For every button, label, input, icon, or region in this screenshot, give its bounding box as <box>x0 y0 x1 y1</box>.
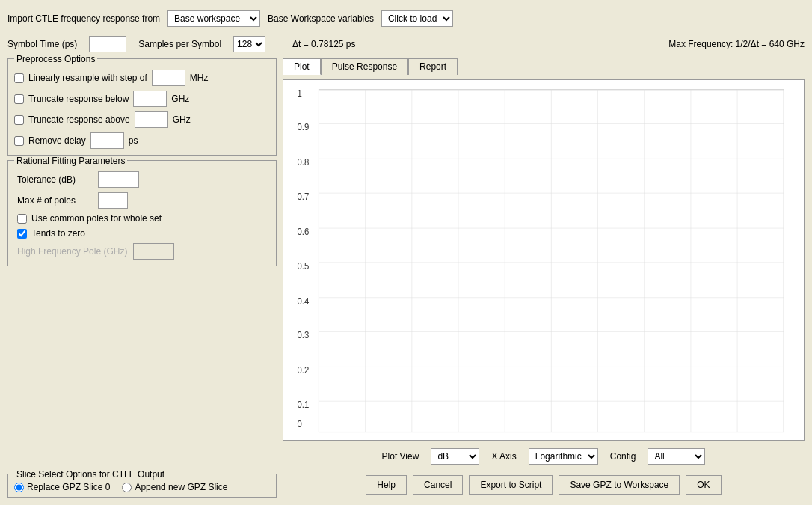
tolerance-label: Tolerance (dB) <box>17 174 92 185</box>
append-label: Append new GPZ Slice <box>135 482 227 492</box>
samples-per-symbol-label: Samples per Symbol <box>138 39 221 49</box>
samples-per-symbol-wrap[interactable]: 64 128 256 512 <box>233 36 265 52</box>
common-poles-checkbox[interactable] <box>17 214 27 224</box>
help-button[interactable]: Help <box>366 475 407 495</box>
plot-view-label: Plot View <box>382 451 419 462</box>
high-freq-pole-input[interactable]: 100 <box>133 243 174 260</box>
svg-text:0.7: 0.7 <box>297 192 309 203</box>
config-label: Config <box>610 451 636 462</box>
mid-bar: Symbol Time (ps) 100 Samples per Symbol … <box>7 34 805 54</box>
export-to-script-button[interactable]: Export to Script <box>469 475 553 495</box>
tolerance-input[interactable]: -40 <box>98 171 139 188</box>
plot-area: 1 0.9 0.8 0.7 0.6 0.5 0.4 0.3 0.2 0.1 0 <box>283 79 805 441</box>
cancel-button[interactable]: Cancel <box>413 475 463 495</box>
preprocess-content: Linearly resample with step of 10 MHz Tr… <box>14 70 270 149</box>
click-to-load-dropdown-wrap[interactable]: Click to load <box>381 10 453 27</box>
x-axis-select[interactable]: Logarithmic Linear <box>529 449 597 464</box>
slice-select-box: Slice Select Options for CTLE Output Rep… <box>7 474 277 498</box>
right-panel: Plot Pulse Response Report 1 0.9 0.8 0.7 <box>283 58 805 498</box>
base-workspace-dropdown-wrap[interactable]: Base workspace Model workspace <box>167 10 260 27</box>
tab-pulse-response[interactable]: Pulse Response <box>321 58 408 75</box>
linearly-resample-unit: MHz <box>190 73 212 83</box>
max-poles-label: Max # of poles <box>17 195 92 206</box>
linearly-resample-label: Linearly resample with step of <box>28 73 147 83</box>
truncate-above-unit: GHz <box>173 114 195 125</box>
config-wrap[interactable]: All Selected <box>648 448 705 465</box>
symbol-time-label: Symbol Time (ps) <box>7 39 77 49</box>
replace-radio-row: Replace GPZ Slice 0 <box>14 482 110 492</box>
bottom-buttons: Help Cancel Export to Script Save GPZ to… <box>283 472 805 498</box>
svg-text:0.3: 0.3 <box>297 330 309 341</box>
click-to-load-select[interactable]: Click to load <box>382 11 452 26</box>
truncate-below-checkbox[interactable] <box>14 94 24 104</box>
truncate-above-label: Truncate response above <box>28 114 130 125</box>
max-poles-row: Max # of poles 2 <box>14 192 270 209</box>
replace-radio[interactable] <box>14 483 24 492</box>
save-gpz-button[interactable]: Save GPZ to Workspace <box>559 475 680 495</box>
remove-delay-checkbox[interactable] <box>14 136 24 146</box>
rational-fitting-group: Rational Fitting Parameters Tolerance (d… <box>7 160 277 266</box>
svg-text:0.4: 0.4 <box>297 296 309 307</box>
remove-delay-row: Remove delay 2.5 ps <box>14 132 270 149</box>
remove-delay-unit: ps <box>129 135 151 146</box>
truncate-above-input[interactable]: 40 <box>135 111 168 128</box>
common-poles-row: Use common poles for whole set <box>14 213 270 224</box>
preprocess-title: Preprocess Options <box>14 54 97 64</box>
rational-fitting-content: Tolerance (dB) -40 Max # of poles 2 Use … <box>14 171 270 260</box>
append-radio[interactable] <box>122 483 132 492</box>
base-workspace-select[interactable]: Base workspace Model workspace <box>168 11 259 26</box>
main-container: Import CTLE frequency response from Base… <box>0 0 812 505</box>
truncate-below-label: Truncate response below <box>28 94 129 104</box>
plot-svg: 1 0.9 0.8 0.7 0.6 0.5 0.4 0.3 0.2 0.1 0 <box>288 85 799 435</box>
left-panel: Preprocess Options Linearly resample wit… <box>7 58 277 498</box>
preprocess-group: Preprocess Options Linearly resample wit… <box>7 58 277 156</box>
linearly-resample-input[interactable]: 10 <box>152 70 185 86</box>
remove-delay-input[interactable]: 2.5 <box>90 132 124 149</box>
bottom-controls: Plot View dB Linear Phase X Axis Logarit… <box>283 445 805 468</box>
import-label: Import CTLE frequency response from <box>7 13 160 24</box>
samples-per-symbol-select[interactable]: 64 128 256 512 <box>234 37 265 52</box>
svg-text:0.8: 0.8 <box>297 157 309 168</box>
config-select[interactable]: All Selected <box>648 449 704 464</box>
tolerance-row: Tolerance (dB) -40 <box>14 171 270 188</box>
append-radio-row: Append new GPZ Slice <box>122 482 227 492</box>
truncate-above-row: Truncate response above 40 GHz <box>14 111 270 128</box>
slice-select-content: Replace GPZ Slice 0 Append new GPZ Slice <box>14 482 270 492</box>
svg-text:1: 1 <box>297 88 301 99</box>
x-axis-wrap[interactable]: Logarithmic Linear <box>529 448 598 465</box>
plot-view-wrap[interactable]: dB Linear Phase <box>431 448 479 465</box>
top-bar: Import CTLE frequency response from Base… <box>7 7 805 30</box>
x-axis-label: X Axis <box>491 451 516 462</box>
truncate-above-checkbox[interactable] <box>14 115 24 125</box>
tends-to-zero-row: Tends to zero <box>14 228 270 239</box>
symbol-time-input[interactable]: 100 <box>89 36 126 52</box>
plot-view-select[interactable]: dB Linear Phase <box>431 449 479 464</box>
truncate-below-unit: GHz <box>171 94 194 104</box>
max-freq-label: Max Frequency: 1/2/Δt = 640 GHz <box>668 39 805 49</box>
remove-delay-label: Remove delay <box>28 135 86 146</box>
tab-report[interactable]: Report <box>408 58 458 75</box>
high-freq-pole-label: High Frequency Pole (GHz) <box>17 246 127 257</box>
ok-button[interactable]: OK <box>686 475 721 495</box>
max-poles-input[interactable]: 2 <box>98 192 128 209</box>
svg-text:0.6: 0.6 <box>297 227 309 238</box>
truncate-below-row: Truncate response below 0.5 GHz <box>14 91 270 107</box>
svg-text:0.5: 0.5 <box>297 260 309 272</box>
linearly-resample-checkbox[interactable] <box>14 73 24 83</box>
slice-select-title: Slice Select Options for CTLE Output <box>14 469 167 480</box>
replace-label: Replace GPZ Slice 0 <box>27 482 110 492</box>
common-poles-label: Use common poles for whole set <box>31 213 162 224</box>
tab-plot[interactable]: Plot <box>283 58 321 75</box>
base-workspace-vars-label: Base Workspace variables <box>268 13 374 24</box>
tends-to-zero-checkbox[interactable] <box>17 229 27 239</box>
svg-text:0.2: 0.2 <box>297 365 309 376</box>
svg-text:0: 0 <box>297 418 302 429</box>
rational-fitting-title: Rational Fitting Parameters <box>14 156 127 166</box>
truncate-below-input[interactable]: 0.5 <box>133 91 167 107</box>
linearly-resample-row: Linearly resample with step of 10 MHz <box>14 70 270 86</box>
delta-t-label: Δt = 0.78125 ps <box>292 39 355 49</box>
svg-text:0.9: 0.9 <box>297 122 309 133</box>
tabs: Plot Pulse Response Report <box>283 58 805 75</box>
high-freq-pole-row: High Frequency Pole (GHz) 100 <box>14 243 270 260</box>
svg-text:0.1: 0.1 <box>297 400 309 411</box>
